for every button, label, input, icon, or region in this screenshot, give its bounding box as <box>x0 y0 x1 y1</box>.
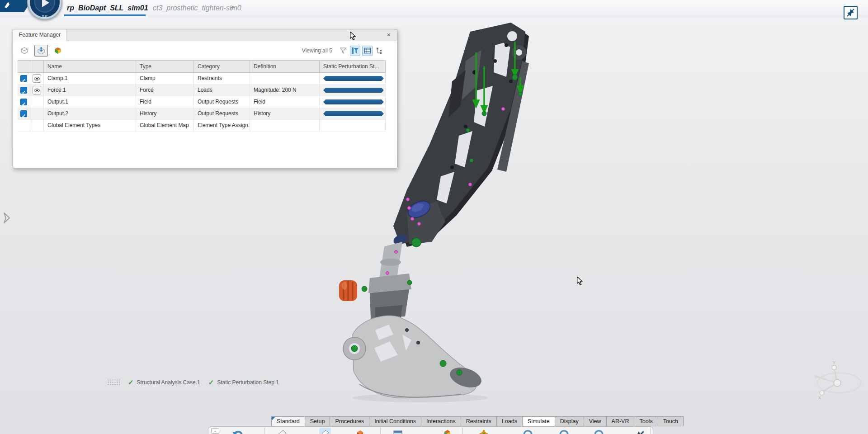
mouse-cursor-secondary <box>576 277 584 288</box>
cell-type: Global Element Map <box>136 120 194 132</box>
tab-standard[interactable]: Standard <box>271 416 305 426</box>
row-checkbox[interactable] <box>20 75 27 82</box>
update-icon[interactable] <box>319 428 331 434</box>
table-row[interactable]: Global Element Types Global Element Map … <box>18 120 386 132</box>
cell-name: Clamp.1 <box>44 73 136 85</box>
eye-icon[interactable] <box>33 86 41 94</box>
frame-panel-icon[interactable] <box>392 428 404 434</box>
cell-definition: Field <box>250 96 320 108</box>
tab-simulate[interactable]: Simulate <box>522 416 555 426</box>
tab-ar-vr[interactable]: AR-VR <box>606 416 635 426</box>
perturbation-step-label: Static Perturbation Step.1 <box>217 379 279 386</box>
col-static-perturbation[interactable]: Static Perturbation St... <box>320 60 386 73</box>
step-timeline-bar[interactable] <box>323 99 384 104</box>
cell-type: Field <box>136 96 194 108</box>
eye-icon[interactable] <box>33 74 41 83</box>
tab-display[interactable]: Display <box>555 416 584 426</box>
feature-manager-titlebar[interactable]: Feature Manager × <box>13 29 397 41</box>
pointer-icon[interactable] <box>632 428 644 434</box>
eraser-icon[interactable] <box>276 428 288 434</box>
col-check[interactable] <box>18 60 30 73</box>
panel-title: Feature Manager <box>13 29 67 41</box>
filter-active-button[interactable] <box>350 46 360 56</box>
row-checkbox[interactable] <box>20 110 27 117</box>
cell-name: Force.1 <box>44 85 136 96</box>
chevron-right-icon <box>2 212 12 224</box>
tree-view-button[interactable] <box>374 46 385 56</box>
cell-category: Output Requests <box>194 108 250 120</box>
gear-icon[interactable] <box>478 428 490 434</box>
cell-name: Output.1 <box>44 96 136 108</box>
tab-procedures[interactable]: Procedures <box>330 416 369 426</box>
col-category[interactable]: Category <box>194 60 250 73</box>
tab-setup[interactable]: Setup <box>305 416 330 426</box>
cell-category: Restraints <box>194 73 250 85</box>
feature-table: Name Type Category Definition Static Per… <box>18 60 386 132</box>
cube-outline-icon <box>20 47 28 55</box>
feature-list-button[interactable] <box>34 45 48 57</box>
rotate-icon-1[interactable] <box>522 428 533 434</box>
active-tab-underline <box>64 14 146 16</box>
results-view-button[interactable] <box>51 45 65 57</box>
drag-handle[interactable] <box>107 379 120 386</box>
rotate-icon-3[interactable] <box>593 428 604 434</box>
row-checkbox[interactable] <box>20 99 27 105</box>
col-name[interactable]: Name <box>44 60 136 73</box>
funnel-active-icon <box>352 47 359 54</box>
window-tab-active[interactable]: rp_BioDapt_SLL_sim01 <box>67 4 148 12</box>
view-manipulator-triad[interactable]: Y X <box>809 359 868 404</box>
collapse-arrows-icon <box>844 7 857 19</box>
tab-interactions[interactable]: Interactions <box>421 416 461 426</box>
collapse-window-button[interactable] <box>844 6 858 19</box>
brand-logo-icon <box>4 1 13 10</box>
perturbation-step-item[interactable]: ✓ Static Perturbation Step.1 <box>208 378 279 387</box>
undo-icon[interactable] <box>232 428 244 434</box>
table-row[interactable]: Output.2 History Output Requests History <box>18 108 386 120</box>
multicolor-cube-icon <box>54 47 62 55</box>
tree-view-icon <box>376 47 383 54</box>
step-timeline-bar[interactable] <box>323 76 384 81</box>
cell-type: Clamp <box>136 73 194 85</box>
multicolor-cube-icon[interactable] <box>441 428 453 434</box>
col-type[interactable]: Type <box>136 60 194 73</box>
table-row[interactable]: Clamp.1 Clamp Restraints <box>18 73 386 85</box>
table-view-button[interactable] <box>362 46 373 56</box>
tab-view[interactable]: View <box>584 416 607 426</box>
orange-brick-icon[interactable] <box>354 428 366 434</box>
mouse-cursor <box>349 32 357 42</box>
step-timeline-bar[interactable] <box>323 111 384 116</box>
filter-clear-button[interactable] <box>338 46 348 56</box>
axis-triad-icon: Y X <box>809 359 868 402</box>
window-tab-inactive[interactable]: ct3_prosthetic_tighten-sim0 <box>153 4 241 12</box>
col-definition[interactable]: Definition <box>250 60 320 73</box>
cell-definition: Magnitude: 200 N <box>250 85 320 96</box>
view-filter-bar: Viewing all 5 <box>302 45 385 57</box>
tab-loads[interactable]: Loads <box>496 416 523 426</box>
ribbon-tab-bar: Standard Setup Procedures Initial Condit… <box>271 416 684 426</box>
model-view-button[interactable] <box>18 45 31 57</box>
table-row[interactable]: Force.1 Force Loads Magnitude: 200 N <box>18 85 386 96</box>
play-icon <box>42 0 49 7</box>
step-timeline-bar[interactable] <box>323 88 384 93</box>
cube-import-icon <box>37 47 45 55</box>
feature-manager-panel: Feature Manager × <box>13 29 397 168</box>
row-checkbox[interactable] <box>20 87 27 94</box>
analysis-case-item[interactable]: ✓ Structural Analysis Case.1 <box>128 378 200 387</box>
compass-icon[interactable]: V.R <box>27 0 62 20</box>
panel-expander-chevron[interactable] <box>2 212 12 226</box>
feature-manager-toolbar <box>18 45 65 57</box>
rotate-icon-2[interactable] <box>558 428 570 434</box>
tab-restraints[interactable]: Restraints <box>461 416 497 426</box>
col-visibility[interactable] <box>30 60 44 73</box>
compass-vr-label: V.R <box>28 14 61 18</box>
tab-tools[interactable]: Tools <box>634 416 658 426</box>
table-header-row: Name Type Category Definition Static Per… <box>18 60 386 73</box>
cell-definition <box>250 73 320 85</box>
close-icon[interactable]: × <box>384 30 393 39</box>
tab-touch[interactable]: Touch <box>658 416 684 426</box>
table-row[interactable]: Output.1 Field Output Requests Field <box>18 96 386 108</box>
expand-more-icon[interactable]: ⌄ <box>211 428 219 434</box>
tab-initial-conditions[interactable]: Initial Conditions <box>369 416 421 426</box>
success-check-icon: ✓ <box>128 378 134 387</box>
new-tab-button[interactable]: + <box>231 3 235 12</box>
